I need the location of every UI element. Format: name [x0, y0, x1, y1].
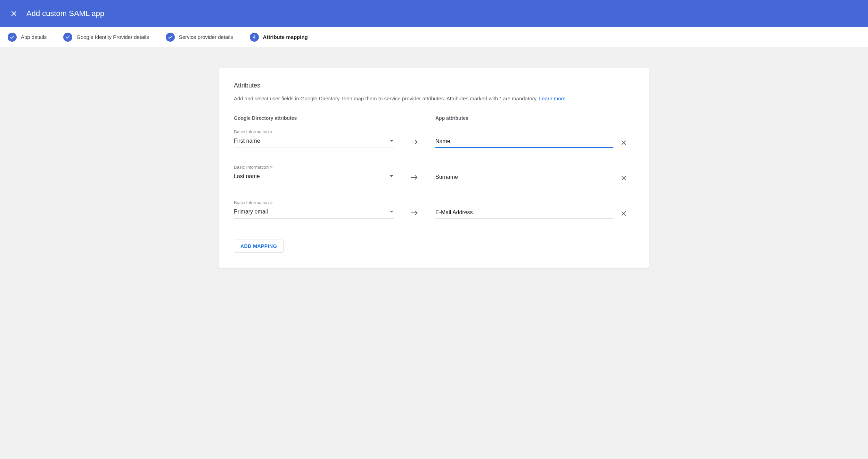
page-title: Add custom SAML app — [26, 9, 104, 18]
step-separator — [50, 37, 60, 37]
page-header: Add custom SAML app — [0, 0, 868, 27]
arrow-icon — [394, 210, 435, 219]
step-label: Google Identity Provider details — [76, 34, 149, 40]
google-attr-header: Google Directory attributes — [234, 115, 394, 121]
mapping-row: Basic Information > Primary email — [234, 200, 634, 219]
app-attr-input[interactable] — [435, 137, 613, 148]
mapping-row: Basic Information > First name — [234, 129, 634, 148]
step-number-icon: 4 — [250, 33, 259, 42]
add-mapping-button[interactable]: ADD MAPPING — [234, 240, 284, 253]
remove-row-icon[interactable] — [613, 175, 634, 183]
google-attr-select[interactable]: Basic Information > Last name — [234, 165, 394, 183]
card-title: Attributes — [234, 82, 634, 89]
attr-value: Last name — [234, 173, 260, 180]
dropdown-icon — [390, 210, 394, 213]
stepper: App details Google Identity Provider det… — [0, 27, 868, 47]
arrow-icon — [394, 140, 435, 148]
check-icon — [63, 33, 72, 42]
remove-row-icon[interactable] — [613, 140, 634, 148]
check-icon — [166, 33, 175, 42]
mapping-row: Basic Information > Last name — [234, 165, 634, 183]
google-attr-select[interactable]: Basic Information > Primary email — [234, 200, 394, 219]
check-icon — [8, 33, 17, 42]
app-attr-input[interactable] — [435, 173, 613, 183]
step-idp-details[interactable]: Google Identity Provider details — [63, 33, 149, 42]
step-separator — [237, 37, 246, 37]
app-attr-header: App attributes — [435, 115, 613, 121]
close-icon[interactable] — [10, 9, 18, 18]
learn-more-link[interactable]: Learn more — [539, 95, 566, 101]
attr-category: Basic Information > — [234, 200, 394, 205]
remove-row-icon[interactable] — [613, 210, 634, 219]
step-label: App details — [21, 34, 47, 40]
step-sp-details[interactable]: Service provider details — [166, 33, 233, 42]
dropdown-icon — [390, 175, 394, 178]
attr-value: Primary email — [234, 209, 268, 215]
step-label: Service provider details — [179, 34, 233, 40]
card-description: Add and select user fields in Google Dir… — [234, 95, 634, 101]
mapping-rows: Basic Information > First name — [234, 129, 634, 219]
arrow-icon — [394, 175, 435, 183]
step-label: Attribute mapping — [263, 34, 308, 40]
attr-category: Basic Information > — [234, 129, 394, 134]
dropdown-icon — [390, 140, 394, 142]
column-headers: Google Directory attributes App attribut… — [234, 115, 634, 129]
app-attr-input[interactable] — [435, 208, 613, 219]
card-description-text: Add and select user fields in Google Dir… — [234, 95, 539, 101]
main-area: Attributes Add and select user fields in… — [0, 47, 868, 289]
step-separator — [153, 37, 162, 37]
attr-value: First name — [234, 138, 260, 144]
attributes-card: Attributes Add and select user fields in… — [219, 68, 649, 268]
google-attr-select[interactable]: Basic Information > First name — [234, 129, 394, 148]
attr-category: Basic Information > — [234, 165, 394, 170]
step-app-details[interactable]: App details — [8, 33, 47, 42]
step-attr-mapping[interactable]: 4 Attribute mapping — [250, 33, 308, 42]
